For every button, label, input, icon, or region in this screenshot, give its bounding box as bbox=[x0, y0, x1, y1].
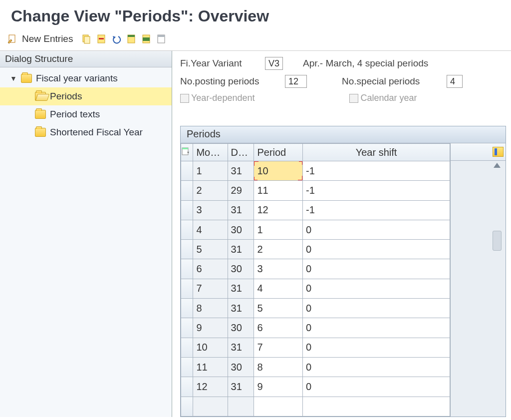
cell-period[interactable]: 7 bbox=[254, 338, 303, 357]
row-selector[interactable] bbox=[181, 279, 193, 298]
cell-period[interactable] bbox=[254, 397, 303, 416]
field-variant[interactable]: V3 bbox=[265, 57, 283, 70]
cell-day[interactable]: 31 bbox=[228, 377, 254, 397]
table-row[interactable]: 43010 bbox=[181, 220, 450, 239]
cell-month[interactable]: 10 bbox=[193, 338, 228, 357]
cell-period[interactable]: 5 bbox=[254, 299, 303, 318]
vertical-scrollbar[interactable] bbox=[451, 161, 506, 417]
cell-month[interactable]: 1 bbox=[193, 161, 228, 181]
cell-year-shift[interactable]: -1 bbox=[303, 161, 450, 181]
scroll-thumb[interactable] bbox=[493, 231, 502, 251]
cell-day[interactable]: 31 bbox=[228, 161, 254, 181]
col-period[interactable]: Period bbox=[254, 144, 303, 161]
row-selector[interactable] bbox=[181, 259, 193, 279]
field-posting-periods[interactable]: 12 bbox=[285, 75, 307, 88]
row-selector[interactable] bbox=[181, 357, 193, 377]
cell-day[interactable]: 30 bbox=[228, 357, 254, 377]
deselect-all-icon[interactable] bbox=[156, 33, 167, 44]
cell-period[interactable]: 2 bbox=[254, 240, 303, 259]
tree-node-periods[interactable]: Periods bbox=[0, 87, 172, 105]
row-selector[interactable] bbox=[181, 220, 193, 239]
cell-day[interactable]: 31 bbox=[228, 240, 254, 259]
cell-period[interactable]: 1 bbox=[254, 220, 303, 239]
cell-period[interactable]: 8 bbox=[254, 357, 303, 377]
cell-day[interactable]: 29 bbox=[228, 181, 254, 200]
cell-year-shift[interactable] bbox=[303, 397, 450, 416]
table-row[interactable]: 53120 bbox=[181, 240, 450, 259]
cell-year-shift[interactable]: 0 bbox=[303, 299, 450, 318]
cell-period[interactable]: 3 bbox=[254, 259, 303, 279]
cell-month[interactable]: 6 bbox=[193, 259, 228, 279]
cell-year-shift[interactable]: 0 bbox=[303, 377, 450, 397]
cell-month[interactable]: 5 bbox=[193, 240, 228, 259]
cell-day[interactable]: 31 bbox=[228, 200, 254, 220]
select-block-icon[interactable] bbox=[141, 33, 152, 44]
scroll-up-icon[interactable] bbox=[494, 163, 501, 168]
cell-period[interactable]: 4 bbox=[254, 279, 303, 298]
col-day[interactable]: D… bbox=[228, 144, 254, 161]
cell-month[interactable]: 4 bbox=[193, 220, 228, 239]
cell-month[interactable]: 8 bbox=[193, 299, 228, 318]
copy-icon[interactable] bbox=[81, 33, 92, 44]
field-special-periods[interactable]: 4 bbox=[447, 75, 463, 88]
cell-day[interactable]: 30 bbox=[228, 220, 254, 239]
cell-month[interactable]: 3 bbox=[193, 200, 228, 220]
cell-month[interactable]: 9 bbox=[193, 318, 228, 338]
row-selector[interactable] bbox=[181, 318, 193, 338]
table-row[interactable]: 93060 bbox=[181, 318, 450, 338]
row-selector[interactable] bbox=[181, 338, 193, 357]
undo-icon[interactable] bbox=[111, 33, 122, 44]
cell-year-shift[interactable]: 0 bbox=[303, 240, 450, 259]
cell-day[interactable]: 30 bbox=[228, 259, 254, 279]
cell-day[interactable]: 31 bbox=[228, 279, 254, 298]
cell-month[interactable]: 2 bbox=[193, 181, 228, 200]
cell-year-shift[interactable]: 0 bbox=[303, 259, 450, 279]
cell-period[interactable]: 12 bbox=[254, 200, 303, 220]
cell-month[interactable]: 11 bbox=[193, 357, 228, 377]
tree-node-period-texts[interactable]: Period texts bbox=[0, 105, 172, 123]
cell-year-shift[interactable]: 0 bbox=[303, 357, 450, 377]
cell-period[interactable]: 9 bbox=[254, 377, 303, 397]
cell-period[interactable]: 6 bbox=[254, 318, 303, 338]
cell-year-shift[interactable]: 0 bbox=[303, 338, 450, 357]
row-selector[interactable] bbox=[181, 299, 193, 318]
cell-period[interactable]: 11 bbox=[254, 181, 303, 200]
select-all-icon[interactable] bbox=[126, 33, 137, 44]
cell-year-shift[interactable]: 0 bbox=[303, 279, 450, 298]
row-selector-header[interactable] bbox=[181, 144, 193, 161]
periods-table[interactable]: Mo… D… Period Year shift 13110-122911-13… bbox=[181, 143, 450, 417]
col-month[interactable]: Mo… bbox=[193, 144, 228, 161]
table-row[interactable]: 103170 bbox=[181, 338, 450, 357]
cell-month[interactable]: 12 bbox=[193, 377, 228, 397]
table-settings-icon[interactable] bbox=[493, 147, 504, 157]
cell-year-shift[interactable]: -1 bbox=[303, 181, 450, 200]
cell-year-shift[interactable]: 0 bbox=[303, 220, 450, 239]
cell-year-shift[interactable]: -1 bbox=[303, 200, 450, 220]
row-selector[interactable] bbox=[181, 161, 193, 181]
cell-year-shift[interactable]: 0 bbox=[303, 318, 450, 338]
row-selector[interactable] bbox=[181, 377, 193, 397]
tree-node-shortened-fiscal-year[interactable]: Shortened Fiscal Year bbox=[0, 123, 172, 141]
table-row[interactable]: 83150 bbox=[181, 299, 450, 318]
table-row[interactable]: 63030 bbox=[181, 259, 450, 279]
table-row[interactable] bbox=[181, 397, 450, 416]
tree-node-fiscal-year-variants[interactable]: ▼ Fiscal year variants bbox=[0, 69, 172, 87]
table-row[interactable]: 113080 bbox=[181, 357, 450, 377]
cell-day[interactable]: 31 bbox=[228, 338, 254, 357]
table-row[interactable]: 13110-1 bbox=[181, 161, 450, 181]
table-row[interactable]: 123190 bbox=[181, 377, 450, 397]
row-selector[interactable] bbox=[181, 397, 193, 416]
table-row[interactable]: 33112-1 bbox=[181, 200, 450, 220]
cell-day[interactable]: 30 bbox=[228, 318, 254, 338]
cell-day[interactable]: 31 bbox=[228, 299, 254, 318]
cell-month[interactable] bbox=[193, 397, 228, 416]
cell-day[interactable] bbox=[228, 397, 254, 416]
collapse-icon[interactable]: ▼ bbox=[10, 74, 17, 82]
cell-month[interactable]: 7 bbox=[193, 279, 228, 298]
table-row[interactable]: 73140 bbox=[181, 279, 450, 298]
edit-doc-icon[interactable] bbox=[7, 33, 18, 44]
new-entries-button[interactable]: New Entries bbox=[22, 33, 73, 44]
col-year-shift[interactable]: Year shift bbox=[303, 144, 450, 161]
row-selector[interactable] bbox=[181, 200, 193, 220]
row-selector[interactable] bbox=[181, 240, 193, 259]
